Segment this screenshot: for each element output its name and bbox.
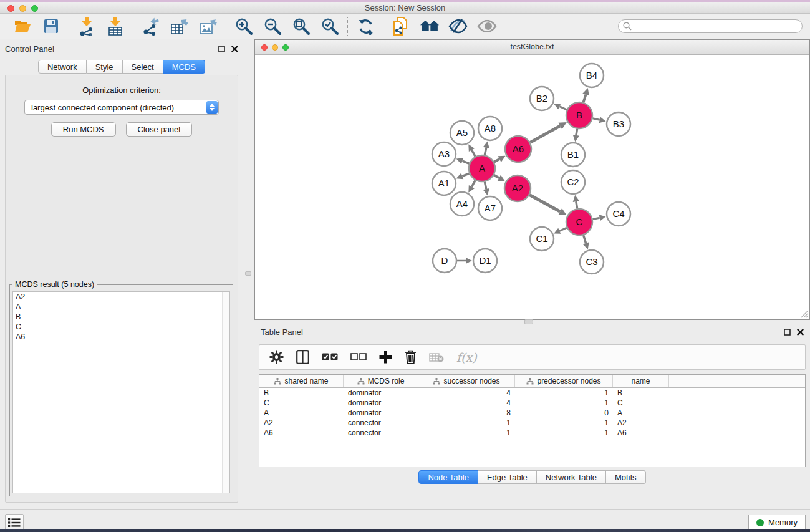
network-window-titlebar[interactable]: testGlobe.txt	[255, 40, 809, 55]
column-header-name[interactable]: name	[613, 375, 669, 387]
table-cell[interactable]: 4	[418, 399, 515, 407]
graph-edge-A6-B[interactable]	[530, 126, 560, 142]
graph-edge-A-A4[interactable]	[471, 180, 475, 186]
memory-button[interactable]: Memory	[748, 515, 806, 530]
table-cell[interactable]: A	[613, 409, 669, 417]
delete-table-icon[interactable]	[429, 352, 444, 362]
select-all-icon[interactable]	[322, 353, 338, 361]
graph-edge-B-B1[interactable]	[576, 129, 577, 135]
show-details-icon[interactable]	[477, 17, 497, 36]
float-panel-icon[interactable]	[784, 329, 791, 336]
table-cell[interactable]: 1	[418, 428, 515, 437]
graph-edge-B-B4[interactable]	[584, 95, 586, 102]
home-views-icon[interactable]	[420, 17, 440, 36]
mcds-result-item[interactable]: C	[13, 322, 229, 332]
task-history-button[interactable]	[5, 514, 24, 531]
export-network-icon[interactable]	[141, 17, 161, 36]
app-titlebar[interactable]: Session: New Session	[0, 2, 810, 14]
export-table-icon[interactable]	[170, 17, 190, 36]
tab-node-table[interactable]: Node Table	[418, 470, 478, 484]
delete-trash-icon[interactable]	[405, 350, 417, 364]
close-panel-icon[interactable]	[797, 329, 804, 336]
table-row[interactable]: Adominator80A	[259, 408, 805, 418]
export-image-icon[interactable]	[198, 17, 218, 36]
column-header-shared-name[interactable]: shared name	[259, 375, 344, 387]
add-icon[interactable]	[379, 351, 392, 364]
close-panel-button[interactable]: Close panel	[126, 122, 193, 137]
graph-edge-A-A2[interactable]	[494, 175, 499, 178]
show-columns-icon[interactable]	[296, 350, 309, 364]
horizontal-splitter-grip[interactable]	[524, 319, 533, 324]
import-table-icon[interactable]	[105, 17, 125, 36]
graph-edge-A-A3[interactable]	[462, 161, 469, 163]
table-cell[interactable]: C	[259, 399, 344, 407]
float-panel-icon[interactable]	[218, 46, 225, 52]
table-cell[interactable]: connector	[344, 428, 418, 437]
deselect-all-icon[interactable]	[350, 353, 367, 361]
table-cell[interactable]: dominator	[344, 409, 418, 417]
table-cell[interactable]: 0	[515, 409, 613, 417]
close-panel-icon[interactable]	[231, 46, 238, 52]
hide-details-icon[interactable]	[448, 17, 468, 36]
table-row[interactable]: A6connector11A6	[259, 428, 805, 438]
graph-edge-C-C1[interactable]	[559, 228, 567, 231]
table-cell[interactable]: A2	[259, 418, 344, 427]
table-row[interactable]: A2connector11A2	[259, 418, 805, 428]
zoom-selected-icon[interactable]	[320, 17, 340, 36]
table-cell[interactable]: dominator	[344, 389, 418, 397]
table-settings-gear-icon[interactable]	[269, 350, 284, 364]
graph-edge-A2-C[interactable]	[529, 195, 560, 212]
graph-edge-A-A8[interactable]	[485, 148, 486, 155]
network-canvas[interactable]: AA1A2A3A4A5A6A7A8BB1B2B3B4CC1C2C3C4DD1	[256, 55, 809, 319]
refresh-layout-icon[interactable]	[355, 17, 375, 36]
graph-edge-C-C3[interactable]	[584, 235, 586, 243]
table-cell[interactable]: A6	[613, 428, 669, 437]
save-icon[interactable]	[41, 17, 61, 36]
zoom-fit-icon[interactable]	[291, 17, 311, 36]
column-header-predecessor-nodes[interactable]: predecessor nodes	[515, 375, 613, 387]
node-table[interactable]: shared nameMCDS rolesuccessor nodesprede…	[259, 374, 806, 467]
import-network-icon[interactable]	[77, 17, 97, 36]
table-cell[interactable]: A6	[259, 428, 344, 437]
graph-edge-B-B2[interactable]	[559, 107, 567, 110]
resize-grip-icon[interactable]	[799, 309, 808, 318]
mcds-result-list[interactable]: A2ABCA6	[12, 291, 230, 493]
table-cell[interactable]: 8	[418, 409, 515, 417]
zoom-in-icon[interactable]	[234, 17, 254, 36]
panel-splitter[interactable]	[243, 39, 254, 509]
table-cell[interactable]: 4	[418, 389, 515, 397]
table-cell[interactable]: B	[613, 389, 669, 397]
open-folder-icon[interactable]	[12, 17, 32, 36]
graph-edge-B-B3[interactable]	[592, 118, 599, 120]
table-cell[interactable]: A	[259, 409, 344, 417]
tab-edge-table[interactable]: Edge Table	[478, 470, 537, 484]
run-mcds-button[interactable]: Run MCDS	[51, 122, 116, 137]
optimization-criterion-select[interactable]: largest connected component (directed)	[24, 100, 219, 115]
zoom-out-icon[interactable]	[263, 17, 282, 36]
mcds-result-item[interactable]: A	[13, 302, 229, 312]
graph-edge-A-A1[interactable]	[462, 173, 469, 176]
network-graph[interactable]: AA1A2A3A4A5A6A7A8BB1B2B3B4CC1C2C3C4DD1	[256, 55, 810, 319]
mcds-result-item[interactable]: A6	[13, 332, 229, 342]
table-cell[interactable]: 1	[515, 428, 613, 437]
tab-mcds[interactable]: MCDS	[163, 60, 205, 74]
table-row[interactable]: Bdominator41B	[259, 388, 805, 398]
tab-motifs[interactable]: Motifs	[606, 470, 646, 484]
column-header-successor-nodes[interactable]: successor nodes	[418, 375, 515, 387]
graph-edge-A-A5[interactable]	[471, 150, 475, 156]
table-cell[interactable]: 1	[515, 399, 613, 407]
scrollbar[interactable]	[222, 292, 229, 493]
tab-network[interactable]: Network	[38, 60, 87, 74]
graph-edge-C-C4[interactable]	[593, 218, 600, 219]
table-cell[interactable]: 1	[515, 418, 613, 427]
table-cell[interactable]: connector	[344, 418, 418, 427]
table-cell[interactable]: 1	[418, 418, 515, 427]
mcds-result-item[interactable]: B	[13, 312, 229, 322]
table-cell[interactable]: B	[259, 389, 344, 397]
table-cell[interactable]: dominator	[344, 399, 418, 407]
table-cell[interactable]: 1	[515, 389, 613, 397]
graph-edge-C-C2[interactable]	[576, 201, 577, 208]
table-cell[interactable]: A2	[613, 418, 669, 427]
tab-select[interactable]: Select	[123, 60, 163, 74]
search-input[interactable]	[618, 19, 803, 33]
